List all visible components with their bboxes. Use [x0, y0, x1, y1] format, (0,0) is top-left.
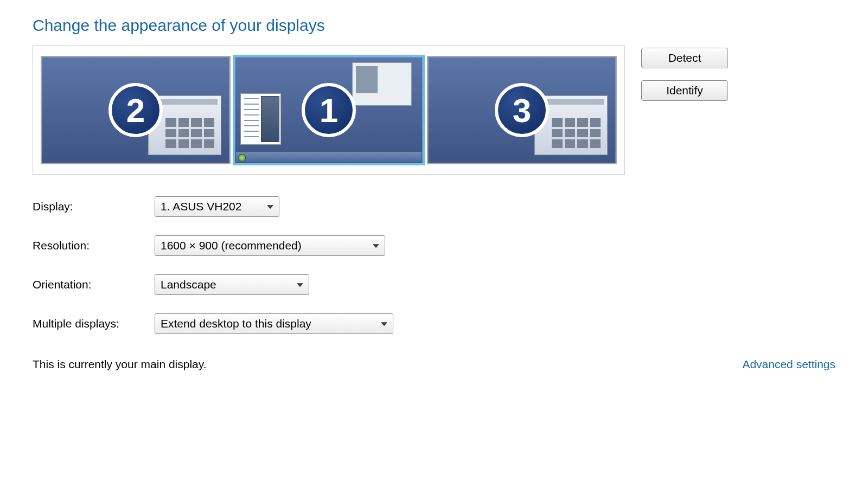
- orientation-label: Orientation:: [33, 278, 155, 291]
- resolution-dropdown[interactable]: 868 × 488 (recommended): [155, 235, 385, 256]
- advanced-settings-link[interactable]: Advanced settings: [742, 358, 835, 371]
- display-label: Display:: [33, 200, 155, 213]
- monitor-tile-2[interactable]: 2: [41, 56, 231, 164]
- multiple-displays-dropdown[interactable]: Extend desktop to this display: [155, 313, 393, 334]
- monitor-tile-1[interactable]: 1: [234, 56, 424, 164]
- monitor-number-badge: 1: [302, 83, 356, 137]
- monitor-tile-3[interactable]: 3: [427, 56, 617, 164]
- settings-form: Display: 1. ASUS VH202 Resolution: 1600 …: [33, 196, 835, 334]
- monitor-number-badge: 2: [108, 83, 163, 137]
- multiple-displays-label: Multiple displays:: [33, 317, 155, 330]
- chevron-down-icon: [267, 205, 273, 209]
- resolution-dropdown-value: 868 × 488 (recommended): [161, 239, 302, 252]
- display-dropdown-value: 1. ASUS VH202: [161, 200, 241, 213]
- bottom-row: This is currently your main display. Adv…: [33, 358, 835, 371]
- chevron-down-icon: [297, 283, 303, 287]
- chevron-down-icon: [381, 322, 387, 326]
- display-dropdown[interactable]: 1. ASUS VH202: [155, 196, 279, 217]
- chevron-down-icon: [373, 244, 379, 248]
- page-title: Change the appearance of your displays: [33, 16, 835, 35]
- arrangement-row: 2 1 3 Detect Identify: [33, 46, 835, 175]
- monitor-arrangement-area[interactable]: 2 1 3: [33, 46, 625, 175]
- side-button-group: Detect Identify: [641, 46, 728, 101]
- orientation-dropdown-value: Landscape: [161, 278, 216, 291]
- main-display-status: This is currently your main display.: [33, 358, 207, 371]
- identify-button[interactable]: Identify: [641, 80, 728, 101]
- multiple-displays-dropdown-value: Extend desktop to this display: [161, 317, 311, 330]
- monitor-number-badge: 3: [495, 83, 549, 137]
- orientation-dropdown[interactable]: Landscape: [155, 274, 309, 295]
- resolution-label: Resolution:: [33, 239, 155, 252]
- detect-button[interactable]: Detect: [641, 48, 728, 68]
